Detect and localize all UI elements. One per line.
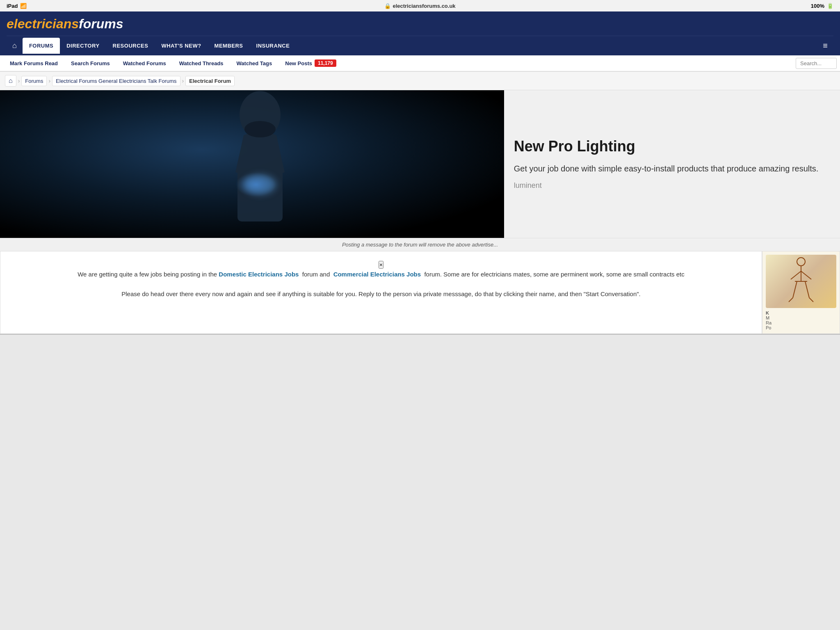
- breadcrumb-general-forums[interactable]: Electrical Forums General Electricians T…: [52, 76, 180, 86]
- nav-forums[interactable]: FORUMS: [23, 38, 60, 54]
- logo-forums: forums: [79, 16, 123, 31]
- ad-title: New Pro Lighting: [514, 138, 830, 155]
- posting-notice: Posting a message to the forum will remo…: [0, 238, 840, 251]
- status-bar-right: 100% 🔋: [811, 3, 833, 9]
- ad-banner: New Pro Lighting Get your job done with …: [0, 90, 840, 238]
- search-container: [796, 58, 837, 69]
- logo-electricians: electricians: [7, 16, 79, 31]
- breadcrumb-electrical-forum[interactable]: Electrical Forum: [185, 76, 235, 86]
- nav-home-button[interactable]: ⌂: [7, 37, 23, 55]
- nav-directory[interactable]: DIRECTORY: [60, 38, 106, 54]
- svg-point-4: [797, 258, 805, 266]
- battery-label: 100%: [811, 3, 824, 9]
- nav-whats-new[interactable]: WHAT'S NEW?: [155, 38, 208, 54]
- svg-line-6: [791, 271, 801, 279]
- ad-brand-label: luminent: [514, 181, 830, 190]
- skeleton-figure-icon: [785, 257, 817, 306]
- secondary-nav: Mark Forums Read Search Forums Watched F…: [0, 55, 840, 72]
- device-label: iPad: [7, 3, 18, 9]
- status-bar: iPad 📶 🔒 electriciansforums.co.uk 100% 🔋: [0, 0, 840, 11]
- svg-line-9: [793, 281, 797, 298]
- domestic-jobs-link[interactable]: Domestic Electricians Jobs: [219, 271, 299, 278]
- main-content: New Pro Lighting Get your job done with …: [0, 90, 840, 335]
- ad-dark-background: [0, 90, 504, 238]
- commercial-jobs-link[interactable]: Commercial Electricians Jobs: [333, 271, 421, 278]
- notification-box: × We are getting quite a few jobs being …: [0, 251, 762, 334]
- glow-effect: [235, 172, 276, 197]
- close-icon: ×: [379, 262, 383, 268]
- watched-tags-button[interactable]: Watched Tags: [230, 56, 279, 71]
- hamburger-icon: ≡: [823, 41, 828, 50]
- breadcrumb-home-icon: ⌂: [9, 77, 13, 84]
- page-divider: [0, 334, 840, 335]
- new-posts-badge: 11,179: [315, 59, 336, 67]
- home-icon: ⌂: [12, 41, 17, 50]
- new-posts-label: New Posts: [285, 60, 312, 66]
- hamburger-menu-button[interactable]: ≡: [817, 36, 833, 55]
- side-card-title: K: [766, 310, 769, 315]
- ad-text-area: New Pro Lighting Get your job done with …: [504, 90, 840, 238]
- side-card: K M Ra Po: [762, 251, 840, 334]
- watched-threads-label: Watched Threads: [179, 60, 224, 66]
- ad-body-text: Get your job done with simple easy-to-in…: [514, 162, 830, 175]
- mark-forums-read-button[interactable]: Mark Forums Read: [3, 56, 64, 71]
- watched-forums-label: Watched Forums: [123, 60, 166, 66]
- breadcrumb-forums[interactable]: Forums: [21, 76, 47, 86]
- svg-line-7: [801, 271, 811, 279]
- person-silhouette: [203, 90, 326, 238]
- bottom-content-row: × We are getting quite a few jobs being …: [0, 251, 840, 334]
- side-card-line1: M: [766, 315, 769, 320]
- nav-resources[interactable]: RESOURCES: [106, 38, 155, 54]
- site-logo[interactable]: electriciansforums: [7, 16, 123, 36]
- breadcrumb: ⌂ › Forums › Electrical Forums General E…: [0, 72, 840, 90]
- status-bar-left: iPad 📶: [7, 3, 27, 9]
- svg-line-10: [805, 281, 809, 298]
- notification-text-2: Please do head over there every now and …: [17, 289, 745, 299]
- status-bar-center: 🔒 electriciansforums.co.uk: [384, 3, 455, 9]
- breadcrumb-sep-1: ›: [18, 78, 20, 84]
- watched-forums-button[interactable]: Watched Forums: [116, 56, 173, 71]
- search-forums-label: Search Forums: [71, 60, 110, 66]
- svg-line-11: [789, 298, 793, 302]
- side-card-line3: Po: [766, 325, 771, 330]
- breadcrumb-sep-3: ›: [182, 78, 184, 84]
- site-header: electriciansforums ⌂ FORUMS DIRECTORY RE…: [0, 11, 840, 55]
- url-label: electriciansforums.co.uk: [393, 3, 455, 9]
- search-input[interactable]: [796, 58, 837, 69]
- svg-line-12: [809, 298, 813, 302]
- new-posts-button[interactable]: New Posts 11,179: [278, 55, 342, 71]
- mark-forums-read-label: Mark Forums Read: [10, 60, 58, 66]
- notification-text-1: We are getting quite a few jobs being po…: [17, 269, 745, 279]
- side-card-text: K M Ra Po: [766, 310, 836, 330]
- breadcrumb-sep-2: ›: [48, 78, 50, 84]
- side-card-line2: Ra: [766, 320, 772, 325]
- breadcrumb-home-button[interactable]: ⌂: [5, 75, 16, 87]
- wifi-icon: 📶: [20, 3, 27, 9]
- svg-point-3: [244, 121, 276, 137]
- nav-insurance[interactable]: INSURANCE: [250, 38, 297, 54]
- ad-image-area: [0, 90, 504, 238]
- lock-icon: 🔒: [384, 3, 391, 9]
- notification-close-button[interactable]: ×: [379, 261, 383, 269]
- nav-members[interactable]: MEMBERS: [208, 38, 250, 54]
- posting-notice-text: Posting a message to the forum will remo…: [342, 242, 498, 248]
- main-nav: ⌂ FORUMS DIRECTORY RESOURCES WHAT'S NEW?…: [7, 36, 833, 55]
- battery-icon: 🔋: [827, 3, 833, 9]
- search-forums-button[interactable]: Search Forums: [64, 56, 116, 71]
- watched-threads-button[interactable]: Watched Threads: [173, 56, 230, 71]
- skeleton-image-area: [766, 255, 836, 308]
- watched-tags-label: Watched Tags: [237, 60, 272, 66]
